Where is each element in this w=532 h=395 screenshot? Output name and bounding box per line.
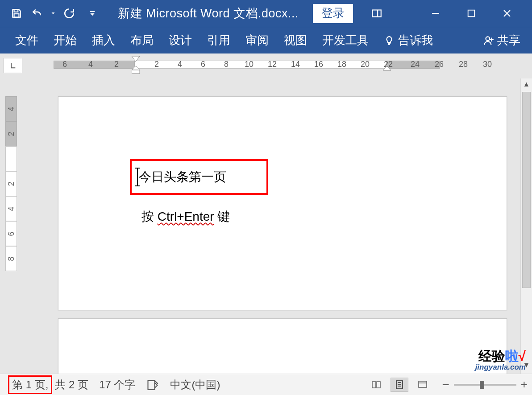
read-mode-icon[interactable] <box>368 378 385 391</box>
tab-ref[interactable]: 引用 <box>205 31 232 50</box>
undo-dropdown-icon[interactable] <box>50 6 56 21</box>
page-1[interactable]: 今日头条第一页 按 Ctrl+Enter 键 <box>58 96 507 310</box>
tab-design[interactable]: 设计 <box>167 31 194 50</box>
doc-text-line2[interactable]: 按 Ctrl+Enter 键 <box>141 208 230 225</box>
signin-button[interactable]: 登录 <box>313 4 353 23</box>
window-controls <box>427 4 516 22</box>
share-button[interactable]: 共享 <box>483 33 520 48</box>
svg-rect-0 <box>14 9 18 12</box>
svg-rect-11 <box>132 70 140 74</box>
ribbon-tabs: 文件 开始 插入 布局 设计 引用 审阅 视图 开发工具 告诉我 共享 <box>0 27 532 53</box>
view-controls: − + <box>368 378 528 392</box>
ribbon-display-icon[interactable] <box>369 6 384 21</box>
text-cursor-icon <box>137 168 138 186</box>
print-layout-icon[interactable] <box>391 378 408 391</box>
zoom-handle[interactable] <box>480 381 484 389</box>
tab-review[interactable]: 审阅 <box>244 31 270 50</box>
svg-rect-5 <box>468 10 475 17</box>
tab-file[interactable]: 文件 <box>13 31 40 50</box>
workspace: 4 2 2 4 6 8 今日头条第一页 按 Ctrl+Enter 键 ▲ ▼ <box>0 78 532 374</box>
svg-rect-1 <box>14 14 19 17</box>
doc-line2-prefix: 按 <box>141 210 158 223</box>
tab-home[interactable]: 开始 <box>52 31 79 50</box>
doc-line2-spellerror: Ctrl+Enter <box>158 210 214 223</box>
proofing-icon <box>146 379 159 391</box>
share-person-icon <box>483 35 495 46</box>
save-icon[interactable] <box>9 6 24 21</box>
vertical-ruler[interactable]: 4 2 2 4 6 8 <box>0 78 22 374</box>
status-proofing[interactable] <box>141 374 165 395</box>
vertical-scrollbar[interactable]: ▲ ▼ <box>520 78 532 374</box>
zoom-out-icon[interactable]: − <box>442 378 449 392</box>
qat-customize-icon[interactable] <box>85 6 100 21</box>
svg-rect-2 <box>90 11 95 12</box>
svg-rect-18 <box>419 381 427 387</box>
ruler-numbers: 6 4 2 2 4 6 8 10 12 14 16 18 20 22 24 26… <box>54 60 520 70</box>
undo-icon[interactable] <box>29 6 45 21</box>
minimize-icon[interactable] <box>427 4 445 22</box>
ruler-row: 6 4 2 2 4 6 8 10 12 14 16 18 20 22 24 26… <box>0 53 532 78</box>
scroll-thumb[interactable] <box>522 92 531 288</box>
scroll-track[interactable] <box>521 90 532 359</box>
svg-rect-3 <box>372 10 381 16</box>
scroll-up-icon[interactable]: ▲ <box>521 78 532 90</box>
status-bar: 第 1 页, 共 2 页 17 个字 中文(中国) − + <box>0 374 532 395</box>
first-line-indent-icon[interactable] <box>132 56 140 62</box>
close-icon[interactable] <box>498 4 516 22</box>
svg-rect-12 <box>148 380 155 389</box>
annotation-box: 今日头条第一页 <box>130 159 268 195</box>
zoom-in-icon[interactable]: + <box>521 378 528 391</box>
horizontal-ruler[interactable]: 6 4 2 2 4 6 8 10 12 14 16 18 20 22 24 26… <box>54 58 520 71</box>
tell-me[interactable]: 告诉我 <box>382 31 435 50</box>
quick-access-toolbar <box>9 6 100 21</box>
page-2[interactable] <box>58 318 507 374</box>
tab-view[interactable]: 视图 <box>282 31 309 50</box>
status-page-total: 共 2 页 <box>55 378 88 392</box>
zoom-track[interactable] <box>454 384 516 386</box>
tab-selector[interactable] <box>4 58 22 73</box>
status-language[interactable]: 中文(中国) <box>165 374 225 395</box>
tab-insert[interactable]: 插入 <box>90 31 117 50</box>
tab-dev[interactable]: 开发工具 <box>320 31 370 50</box>
web-layout-icon[interactable] <box>414 378 431 391</box>
status-word-count[interactable]: 17 个字 <box>94 374 141 395</box>
status-page-current: 第 1 页, <box>8 375 52 394</box>
tell-me-label: 告诉我 <box>398 33 433 48</box>
svg-point-8 <box>486 37 490 41</box>
redo-icon[interactable] <box>62 6 77 21</box>
doc-text-line1[interactable]: 今日头条第一页 <box>139 169 226 185</box>
right-indent-icon[interactable] <box>383 66 391 72</box>
titlebar: 新建 Microsoft Word 文档.docx... 登录 <box>0 0 532 27</box>
svg-rect-14 <box>396 381 403 389</box>
tab-layout[interactable]: 布局 <box>129 31 155 50</box>
lightbulb-icon <box>384 35 395 46</box>
zoom-slider[interactable]: − + <box>442 378 528 392</box>
status-page[interactable]: 第 1 页, 共 2 页 <box>4 374 94 395</box>
page-area[interactable]: 今日头条第一页 按 Ctrl+Enter 键 <box>22 78 520 374</box>
document-title: 新建 Microsoft Word 文档.docx... <box>118 5 299 21</box>
watermark: 经验啦√ jingyanla.com <box>475 349 526 372</box>
doc-line2-suffix: 键 <box>214 210 230 223</box>
left-indent-icon[interactable] <box>132 66 140 74</box>
share-label: 共享 <box>497 33 520 48</box>
maximize-icon[interactable] <box>462 4 480 22</box>
